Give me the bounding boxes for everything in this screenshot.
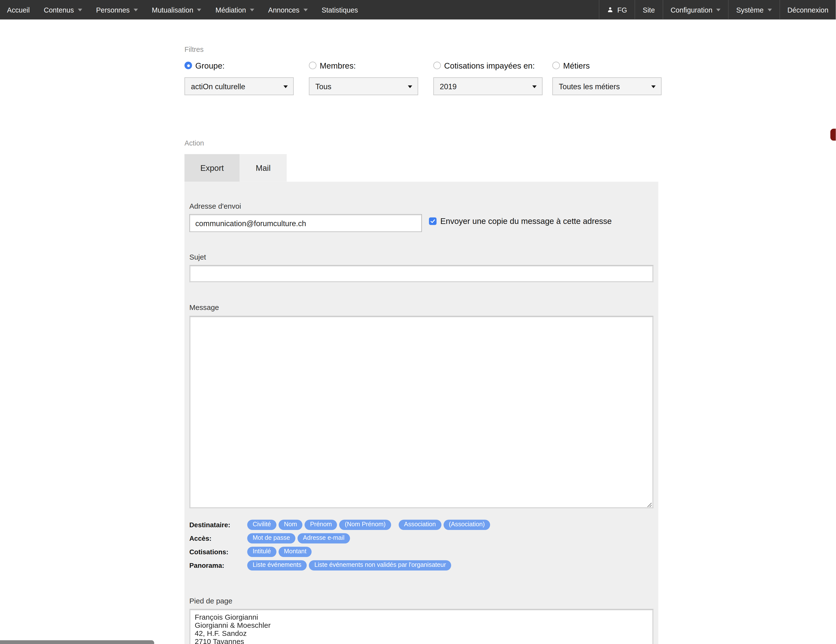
address-label: Adresse d'envoi bbox=[189, 202, 241, 210]
merge-row-label: Accès: bbox=[189, 535, 247, 542]
nav-item-label: Configuration bbox=[671, 6, 712, 14]
nav-item-mediation[interactable]: Médiation bbox=[209, 0, 261, 20]
merge-row-cotisations: Cotisations: Intitulé Montant bbox=[189, 545, 490, 559]
tab-mail[interactable]: Mail bbox=[240, 154, 287, 182]
merge-tag[interactable]: Civilité bbox=[247, 520, 276, 530]
merge-tag[interactable]: Prénom bbox=[305, 520, 337, 530]
side-feedback-tab[interactable] bbox=[831, 129, 836, 140]
merge-row-label: Panorama: bbox=[189, 562, 247, 569]
subject-label: Sujet bbox=[189, 253, 206, 261]
nav-item-label: Médiation bbox=[216, 6, 246, 14]
nav-left-group: Accueil Contenus Personnes Mutualisation… bbox=[0, 0, 365, 20]
checkbox-checked-icon[interactable] bbox=[429, 217, 437, 225]
filter-select-value: 2019 bbox=[440, 82, 457, 90]
filter-group-groupe: Groupe: actiOn culturelle bbox=[185, 60, 294, 95]
select-caret-icon bbox=[532, 86, 537, 88]
radio-selected-icon[interactable] bbox=[185, 62, 192, 69]
merge-tag[interactable]: (Nom Prénom) bbox=[339, 520, 391, 530]
merge-tag[interactable]: Montant bbox=[279, 547, 312, 557]
nav-right-group: FG Site Configuration Système Déconnexio… bbox=[599, 0, 836, 20]
page: Accueil Contenus Personnes Mutualisation… bbox=[0, 0, 836, 644]
footer-label: Pied de page bbox=[189, 597, 232, 605]
nav-item-systeme[interactable]: Système bbox=[728, 0, 779, 20]
nav-item-contenus[interactable]: Contenus bbox=[37, 0, 89, 20]
nav-item-label: Mutualisation bbox=[152, 6, 194, 14]
filter-group-membres: Membres: Tous bbox=[309, 60, 418, 95]
filter-radio-label: Cotisations impayées en: bbox=[444, 61, 535, 70]
filter-select-metiers[interactable]: Toutes les métiers bbox=[552, 77, 661, 95]
chevron-down-icon bbox=[134, 8, 138, 11]
radio-unselected-icon[interactable] bbox=[433, 62, 441, 69]
merge-tag[interactable]: Liste événements non validés par l'organ… bbox=[309, 560, 451, 571]
filter-radio-label: Groupe: bbox=[195, 61, 224, 70]
filter-radio-membres[interactable]: Membres: bbox=[309, 60, 418, 70]
chevron-down-icon bbox=[78, 8, 82, 11]
message-textarea[interactable] bbox=[189, 316, 653, 508]
filters-section-label: Filtres bbox=[185, 46, 204, 54]
merge-row-acces: Accès: Mot de passe Adresse e-mail bbox=[189, 532, 490, 545]
nav-item-label: Système bbox=[736, 6, 764, 14]
nav-item-accueil[interactable]: Accueil bbox=[0, 0, 37, 20]
filter-select-membres[interactable]: Tous bbox=[309, 77, 418, 95]
chevron-down-icon bbox=[767, 8, 772, 11]
merge-tag[interactable]: Liste événements bbox=[247, 560, 307, 571]
message-label: Message bbox=[189, 303, 219, 311]
merge-tag[interactable]: Mot de passe bbox=[247, 533, 295, 544]
footer-textarea[interactable]: François Giorgianni Giorgianni & Moeschl… bbox=[189, 609, 653, 644]
filter-radio-groupe[interactable]: Groupe: bbox=[185, 60, 294, 70]
user-menu[interactable]: FG bbox=[599, 0, 635, 20]
nav-item-label: Site bbox=[643, 6, 655, 14]
nav-item-annonces[interactable]: Annonces bbox=[261, 0, 315, 20]
nav-item-label: Statistiques bbox=[322, 6, 358, 14]
nav-item-deconnexion[interactable]: Déconnexion bbox=[780, 0, 836, 20]
merge-row-destinataire: Destinataire: Civilité Nom Prénom (Nom P… bbox=[189, 518, 490, 532]
filter-radio-metiers[interactable]: Métiers bbox=[552, 60, 661, 70]
filter-select-groupe[interactable]: actiOn culturelle bbox=[185, 77, 294, 95]
top-nav: Accueil Contenus Personnes Mutualisation… bbox=[0, 0, 836, 20]
nav-item-configuration[interactable]: Configuration bbox=[663, 0, 728, 20]
filter-radio-label: Membres: bbox=[320, 61, 356, 70]
filter-select-value: actiOn culturelle bbox=[191, 82, 245, 90]
user-icon bbox=[607, 7, 614, 13]
nav-item-mutualisation[interactable]: Mutualisation bbox=[145, 0, 209, 20]
sender-address-input[interactable] bbox=[189, 214, 422, 232]
tab-export[interactable]: Export bbox=[185, 154, 240, 182]
merge-row-label: Cotisations: bbox=[189, 548, 247, 556]
chevron-down-icon bbox=[197, 8, 202, 11]
select-caret-icon bbox=[408, 86, 412, 88]
chevron-down-icon bbox=[716, 8, 721, 11]
filter-select-annee[interactable]: 2019 bbox=[433, 77, 542, 95]
subject-input[interactable] bbox=[189, 265, 653, 282]
copy-checkbox-row[interactable]: Envoyer une copie du message à cette adr… bbox=[429, 216, 612, 225]
action-tabs: Export Mail bbox=[185, 154, 287, 182]
merge-tag[interactable]: (Association) bbox=[443, 520, 490, 530]
radio-unselected-icon[interactable] bbox=[309, 62, 317, 69]
action-section-label: Action bbox=[185, 139, 204, 147]
merge-tag[interactable]: Nom bbox=[279, 520, 302, 530]
chevron-down-icon bbox=[250, 8, 254, 11]
merge-row-label: Destinataire: bbox=[189, 521, 247, 529]
user-initials: FG bbox=[617, 6, 627, 14]
merge-row-panorama: Panorama: Liste événements Liste événeme… bbox=[189, 559, 490, 572]
mail-panel: Adresse d'envoi Envoyer une copie du mes… bbox=[185, 182, 658, 644]
filter-select-value: Toutes les métiers bbox=[559, 82, 620, 90]
nav-item-personnes[interactable]: Personnes bbox=[89, 0, 145, 20]
select-caret-icon bbox=[284, 86, 288, 88]
nav-item-statistiques[interactable]: Statistiques bbox=[315, 0, 365, 20]
merge-tag[interactable]: Adresse e-mail bbox=[297, 533, 350, 544]
nav-item-label: Contenus bbox=[44, 6, 74, 14]
filter-select-value: Tous bbox=[315, 82, 331, 90]
filter-group-cotisations: Cotisations impayées en: 2019 bbox=[433, 60, 542, 95]
chevron-down-icon bbox=[303, 8, 308, 11]
merge-tag[interactable]: Association bbox=[398, 520, 441, 530]
filter-radio-label: Métiers bbox=[563, 61, 589, 70]
filter-radio-cotisations[interactable]: Cotisations impayées en: bbox=[433, 60, 542, 70]
radio-unselected-icon[interactable] bbox=[552, 62, 560, 69]
nav-item-label: Annonces bbox=[268, 6, 299, 14]
nav-item-label: Accueil bbox=[7, 6, 30, 14]
nav-item-site[interactable]: Site bbox=[635, 0, 662, 20]
merge-tag[interactable]: Intitulé bbox=[247, 547, 276, 557]
browser-status-bar bbox=[0, 640, 154, 644]
merge-field-rows: Destinataire: Civilité Nom Prénom (Nom P… bbox=[189, 518, 490, 572]
filter-group-metiers: Métiers Toutes les métiers bbox=[552, 60, 661, 95]
